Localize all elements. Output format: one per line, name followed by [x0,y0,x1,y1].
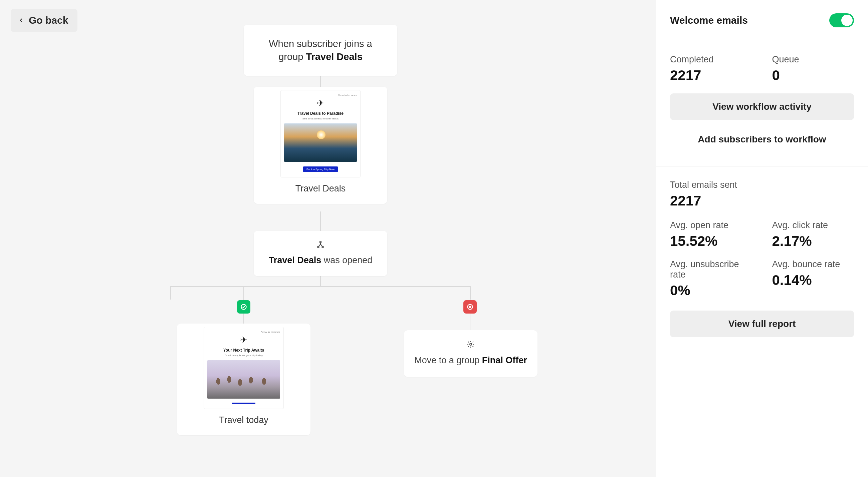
add-subscribers-button[interactable]: Add subscribers to workflow [670,126,854,153]
workflow-email-node[interactable]: View in browser ✈ Your Next Trip Awaits … [177,323,310,435]
condition-suffix: was opened [321,255,372,265]
stat-value: 2.17% [772,233,854,249]
stat-click-rate: Avg. click rate 2.17% [772,220,854,249]
stat-open-rate: Avg. open rate 15.52% [670,220,752,249]
stat-value: 0% [670,282,752,299]
view-full-report-button[interactable]: View full report [670,311,854,337]
check-circle-icon [240,304,247,310]
email-node-caption: Travel Deals [257,183,384,194]
plane-icon: ✈ [207,335,280,345]
x-circle-icon [467,304,473,310]
stat-label: Queue [772,55,854,65]
stat-queue: Queue 0 [772,55,854,83]
stat-completed: Completed 2217 [670,55,752,83]
stat-label: Total emails sent [670,180,854,190]
flow-connector [470,286,470,300]
workflow-active-toggle[interactable] [829,13,854,27]
stat-value: 2217 [670,193,854,209]
stat-value: 0 [772,67,854,83]
thumb-subtitle: Don't delay, book your trip today [207,354,280,357]
workflow-canvas[interactable]: Go back When subscriber joins a group Tr… [0,0,656,477]
thumb-title: Your Next Trip Awaits [207,348,280,352]
stat-unsubscribe-rate: Avg. unsubscribe rate 0% [670,259,752,299]
svg-point-1 [317,246,319,247]
workflow-title: Welcome emails [670,15,748,26]
flow-connector [170,286,171,300]
svg-point-0 [320,241,321,242]
flow-connector [170,286,471,287]
plane-icon: ✈ [284,98,357,108]
thumb-view-in-browser: View in browser [284,94,357,97]
workflow-email-node[interactable]: View in browser ✈ Travel Deals to Paradi… [254,87,387,204]
email-node-caption: Travel today [180,415,307,425]
stat-value: 0.14% [772,272,854,288]
thumb-view-in-browser: View in browser [207,331,280,334]
thumb-subtitle: See what awaits in other lands [284,117,357,120]
email-thumbnail: View in browser ✈ Travel Deals to Paradi… [280,90,361,177]
flow-connector [243,286,244,300]
svg-point-2 [322,246,323,247]
workflow-action-node[interactable]: Move to a group Final Offer [404,330,537,377]
svg-point-5 [470,343,472,345]
thumb-title: Travel Deals to Paradise [284,111,357,116]
sidebar-activity-section: Completed 2217 Queue 0 View workflow act… [656,41,868,166]
thumb-hero-image [284,124,357,162]
thumb-hero-image [207,360,280,399]
condition-yes-badge [237,300,250,313]
email-thumbnail: View in browser ✈ Your Next Trip Awaits … [204,327,284,409]
sidebar-metrics-section: Total emails sent 2217 Avg. open rate 15… [656,166,868,350]
stat-label: Avg. open rate [670,220,752,231]
condition-subject: Travel Deals [269,255,321,265]
stat-value: 15.52% [670,233,752,249]
workflow-condition-node[interactable]: Travel Deals was opened [254,231,387,276]
stat-total-sent: Total emails sent 2217 [670,180,854,209]
split-icon [316,240,325,249]
flow-connector [243,313,244,323]
workflow-stats-sidebar: Welcome emails Completed 2217 Queue 0 Vi… [656,0,868,477]
sidebar-header: Welcome emails [656,0,868,41]
flow-connector [470,313,470,330]
go-back-button[interactable]: Go back [11,9,78,32]
chevron-left-icon [18,18,24,23]
workflow-trigger-node[interactable]: When subscriber joins a group Travel Dea… [244,25,397,76]
stat-value: 2217 [670,67,752,83]
gear-icon [467,340,475,348]
condition-no-badge [463,300,477,313]
flow-connector [320,211,321,231]
trigger-group-name: Travel Deals [306,52,362,62]
stat-label: Avg. click rate [772,220,854,231]
stat-label: Avg. unsubscribe rate [670,259,752,280]
view-activity-button[interactable]: View workflow activity [670,93,854,120]
thumb-divider [232,403,255,404]
stat-label: Completed [670,55,752,65]
stat-label: Avg. bounce rate [772,259,854,270]
thumb-cta: Book a Spring Trip Now [303,166,338,172]
go-back-label: Go back [29,15,68,26]
action-prefix: Move to a group [414,355,482,365]
stat-bounce-rate: Avg. bounce rate 0.14% [772,259,854,299]
action-group-name: Final Offer [482,355,527,365]
